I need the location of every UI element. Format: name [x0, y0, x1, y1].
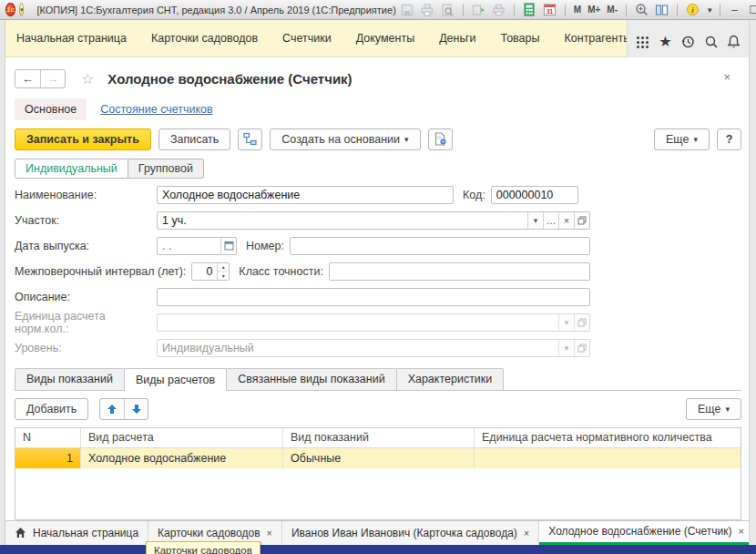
- taskbar-tab-label: Карточки садоводов: [158, 527, 260, 539]
- code-label: Код:: [463, 189, 485, 201]
- code-field[interactable]: 000000010: [491, 186, 578, 204]
- divider: [565, 4, 566, 16]
- info-icon[interactable]: i: [685, 2, 700, 17]
- memory-m-button[interactable]: M: [573, 5, 582, 15]
- calculator-icon[interactable]: [522, 2, 537, 17]
- spinner-up-icon[interactable]: ▴: [218, 263, 229, 272]
- description-field[interactable]: [157, 288, 590, 306]
- tab-reading-kinds[interactable]: Виды показаний: [15, 368, 125, 390]
- favorite-star-icon[interactable]: ☆: [81, 72, 94, 87]
- section-counterparties[interactable]: Контрагенты: [565, 32, 632, 45]
- section-gardener-cards[interactable]: Карточки садоводов: [151, 32, 258, 45]
- number-field[interactable]: [290, 237, 590, 255]
- document-settings-button[interactable]: [428, 128, 453, 150]
- column-header-unit[interactable]: Единица расчета нормативного количества: [475, 428, 741, 447]
- level-label: Уровень:: [15, 342, 157, 354]
- tab-linked-reading-kinds[interactable]: Связанные виды показаний: [226, 368, 396, 390]
- toggle-individual[interactable]: Индивидуальный: [15, 159, 128, 179]
- tab-calculation-kinds[interactable]: Виды расчетов: [124, 368, 227, 391]
- table-more-button[interactable]: Еще▾: [686, 398, 741, 420]
- window-title: [КОПИЯ] 1С:Бухгалтерия СНТ, редакция 3.0…: [36, 5, 395, 15]
- system-menu-button[interactable]: ▾: [19, 3, 25, 16]
- toggle-group[interactable]: Групповой: [128, 159, 204, 179]
- minimize-button[interactable]: –: [728, 3, 742, 17]
- interval-spinner[interactable]: ▴ ▾: [217, 263, 229, 280]
- history-icon[interactable]: [679, 34, 696, 50]
- table-row[interactable]: 1 Холодное водоснабжение Обычные: [15, 448, 741, 468]
- move-row-down-button[interactable]: [124, 399, 148, 419]
- svg-text:31: 31: [547, 8, 554, 15]
- accuracy-class-field[interactable]: [329, 262, 590, 281]
- date-picker-calendar-icon[interactable]: [220, 238, 236, 254]
- maximize-button[interactable]: ☐: [747, 3, 756, 17]
- close-tab-icon[interactable]: ×: [739, 526, 744, 537]
- taskbar-tab-gardener-card[interactable]: Иванов Иван Иванович (Карточка садовода)…: [282, 521, 539, 545]
- subordination-structure-button[interactable]: [238, 128, 262, 150]
- issue-date-label: Дата выпуска:: [15, 240, 157, 252]
- help-button[interactable]: ?: [717, 128, 741, 150]
- section-meters[interactable]: Счетчики: [282, 32, 332, 45]
- area-dropdown-icon[interactable]: ▾: [527, 212, 543, 229]
- print-icon[interactable]: [420, 2, 435, 17]
- move-row-up-button[interactable]: [100, 399, 124, 419]
- calc-type-cell[interactable]: Холодное водоснабжение: [81, 448, 283, 468]
- name-label: Наименование:: [15, 189, 157, 201]
- column-header-n[interactable]: N: [15, 428, 81, 447]
- form-more-button[interactable]: Еще▾: [654, 128, 710, 150]
- taskbar-tab-home[interactable]: Начальная страница: [5, 521, 148, 545]
- save-and-close-button[interactable]: Записать и закрыть: [15, 128, 151, 150]
- calculation-kinds-table: N Вид расчета Вид показаний Единица расч…: [15, 427, 741, 520]
- taskbar-tab-cold-water-meter[interactable]: Холодное водоснабжение (Счетчик) ×: [539, 521, 754, 545]
- taskbar-tab-label: Начальная страница: [33, 527, 138, 539]
- section-documents[interactable]: Документы: [356, 32, 414, 45]
- favorites-star-icon[interactable]: ★: [657, 34, 673, 50]
- section-home[interactable]: Начальная страница: [16, 32, 127, 45]
- tab-main[interactable]: Основное: [15, 98, 87, 120]
- search-icon[interactable]: [703, 34, 720, 50]
- create-based-on-button[interactable]: Создать на основании▾: [270, 128, 420, 150]
- close-tab-icon[interactable]: ×: [267, 528, 272, 539]
- history-nav-group: ← →: [15, 69, 66, 88]
- add-row-button[interactable]: Добавить: [15, 398, 88, 420]
- split-window-icon[interactable]: [654, 2, 669, 17]
- caret-down-icon: ▾: [693, 135, 698, 144]
- notifications-bell-icon[interactable]: [726, 34, 742, 50]
- memory-m-plus-button[interactable]: M+: [587, 5, 601, 15]
- save-icon[interactable]: [400, 2, 415, 17]
- link-meter-states[interactable]: Состояние счетчиков: [100, 103, 212, 116]
- area-field[interactable]: 1 уч. ▾ … ×: [157, 211, 590, 230]
- info-caret-icon[interactable]: ▾: [708, 5, 712, 15]
- send-icon[interactable]: [471, 2, 486, 17]
- name-field[interactable]: Холодное водоснабжение: [157, 186, 454, 204]
- fax-icon[interactable]: [491, 2, 506, 17]
- memory-m-minus-button[interactable]: M-: [606, 5, 618, 15]
- print-preview-icon[interactable]: [440, 2, 455, 17]
- close-tab-icon[interactable]: ×: [524, 528, 529, 539]
- save-button[interactable]: Записать: [158, 128, 230, 150]
- name-value: Холодное водоснабжение: [158, 189, 453, 201]
- area-clear-icon[interactable]: ×: [558, 212, 574, 229]
- interval-field[interactable]: 0 ▴ ▾: [191, 262, 230, 281]
- forward-button[interactable]: →: [40, 70, 65, 87]
- issue-date-field[interactable]: . .: [157, 237, 237, 255]
- section-goods[interactable]: Товары: [501, 32, 540, 45]
- section-money[interactable]: Деньги: [439, 32, 475, 45]
- column-header-readings-type[interactable]: Вид показаний: [283, 428, 475, 447]
- form-window: × ← → ☆ Холодное водоснабжение (Счетчик)…: [5, 57, 749, 520]
- zoom-icon[interactable]: [634, 2, 649, 17]
- taskbar-tab-label: Холодное водоснабжение (Счетчик): [548, 525, 731, 538]
- unit-label: Единица расчета норм.кол.:: [15, 310, 157, 335]
- close-form-icon[interactable]: ×: [723, 70, 730, 84]
- readings-type-cell[interactable]: Обычные: [283, 448, 475, 468]
- calendar-icon[interactable]: 31: [542, 2, 557, 17]
- divider: [720, 4, 720, 16]
- back-button[interactable]: ←: [15, 70, 40, 87]
- tab-characteristics[interactable]: Характеристики: [396, 368, 505, 390]
- apps-grid-icon[interactable]: [634, 34, 650, 50]
- unit-cell[interactable]: [475, 448, 741, 468]
- area-choose-icon[interactable]: …: [543, 212, 558, 229]
- spinner-down-icon[interactable]: ▾: [218, 272, 229, 280]
- divider: [514, 4, 515, 16]
- area-open-icon[interactable]: [574, 212, 589, 229]
- column-header-calc-type[interactable]: Вид расчета: [81, 428, 283, 447]
